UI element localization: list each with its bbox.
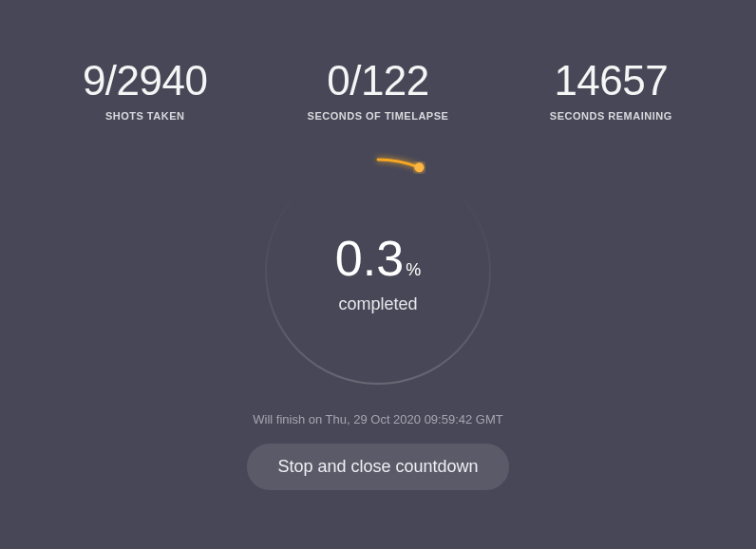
progress-percent: 0.3 % xyxy=(335,230,421,287)
progress-completed-label: completed xyxy=(338,294,417,314)
stop-close-countdown-button[interactable]: Stop and close countdown xyxy=(247,444,508,490)
stat-seconds-timelapse-value: 0/122 xyxy=(261,57,494,104)
stat-seconds-remaining-label: SECONDS REMAINING xyxy=(495,110,728,122)
stat-shots-value: 9/2940 xyxy=(28,57,261,104)
progress-circle: 0.3 % completed xyxy=(255,148,501,395)
stat-seconds-remaining: 14657 SECONDS REMAINING xyxy=(495,57,728,122)
stat-seconds-timelapse-label: SECONDS OF TIMELAPSE xyxy=(261,110,494,122)
finish-time-text: Will finish on Thu, 29 Oct 2020 09:59:42… xyxy=(0,412,756,426)
stat-shots-label: SHOTS TAKEN xyxy=(28,110,261,122)
stat-shots-taken: 9/2940 SHOTS TAKEN xyxy=(28,57,261,122)
stat-seconds-timelapse: 0/122 SECONDS OF TIMELAPSE xyxy=(261,57,494,122)
progress-center: 0.3 % completed xyxy=(255,148,501,395)
stat-seconds-remaining-value: 14657 xyxy=(495,57,728,104)
progress-percent-value: 0.3 xyxy=(335,230,404,287)
progress-percent-sign: % xyxy=(406,260,421,280)
stats-row: 9/2940 SHOTS TAKEN 0/122 SECONDS OF TIME… xyxy=(0,0,756,122)
